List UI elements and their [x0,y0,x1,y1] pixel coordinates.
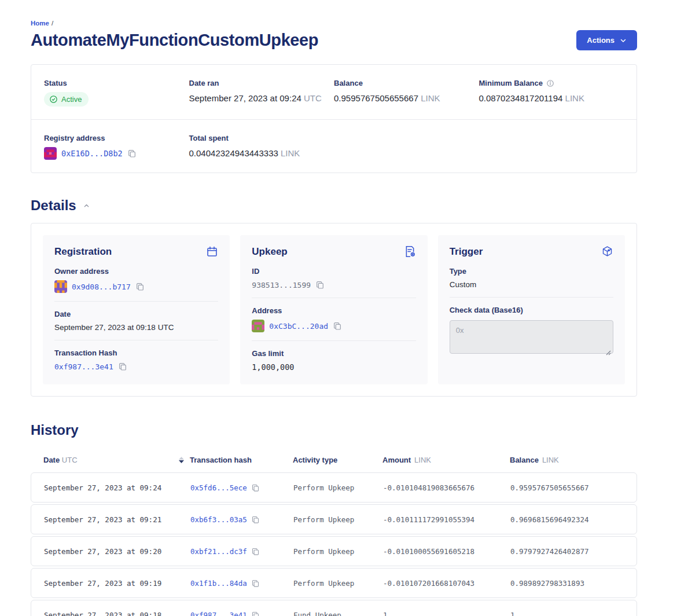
chevron-up-icon [83,203,90,209]
copy-icon[interactable] [333,321,342,331]
page-title: AutomateMyFunctionCustomUpkeep [31,31,318,50]
amount: -0.010100055691605218 [383,547,510,556]
actions-button[interactable]: Actions [576,30,637,50]
total-spent-field: Total spent 0.04042324943443333 LINK [189,134,334,160]
info-icon[interactable] [546,79,554,87]
copy-icon[interactable] [118,362,127,371]
table-row: September 27, 2023 at 09:24 0x5fd6...5ec… [31,472,637,503]
status-field: Status Active [44,79,189,107]
upkeep-id-field: ID 938513...1599 [252,267,415,289]
gas-limit-value: 1,000,000 [252,362,415,372]
upkeep-card-title: Upkeep [252,246,287,258]
balance-field: Balance 0.9595767505655667 LINK [334,79,479,107]
row-date: September 27, 2023 at 09:20 [44,547,190,556]
details-box: Registration Owner address 0x9d08...b717 [31,223,637,397]
upkeep-card: Upkeep ID 938513...1599 Address [240,235,427,384]
activity-type: Perform Upkeep [293,547,383,556]
registry-address-label: Registry address [44,134,189,142]
registration-date-field: Date September 27, 2023 at 09:18 UTC [54,301,218,332]
row-date: September 27, 2023 at 09:18 [44,611,190,616]
actions-button-label: Actions [587,36,615,45]
status-badge-label: Active [61,95,82,104]
owner-address-link[interactable]: 0x9d08...b717 [72,283,131,291]
activity-type: Fund Upkeep [293,611,383,616]
registration-date-label: Date [54,310,218,318]
balance: 0.9595767505655667 [510,483,624,492]
balance: 0.9696815696492324 [510,515,624,524]
row-date: September 27, 2023 at 09:24 [44,483,190,492]
min-balance-field: Minimum Balance 0.0870234817201194 LINK [479,79,624,107]
transaction-hash-label: Transaction Hash [54,349,218,357]
copy-icon[interactable] [251,515,260,524]
activity-type: Perform Upkeep [293,515,383,524]
copy-icon[interactable] [135,282,145,291]
tx-hash-link[interactable]: 0x5fd6...5ece [190,483,247,492]
amount: -0.010107201668107043 [383,579,510,588]
min-balance-label: Minimum Balance [479,79,543,87]
min-balance-value: 0.0870234817201194 [479,93,563,103]
tx-hash-link[interactable]: 0xbf21...dc3f [190,547,247,556]
copy-icon[interactable] [315,280,325,289]
upkeep-address-link[interactable]: 0xC3bC...20ad [269,322,328,331]
gas-limit-label: Gas limit [252,349,415,358]
breadcrumb-home-link[interactable]: Home [31,20,49,27]
copy-icon[interactable] [251,483,260,492]
copy-icon[interactable] [127,149,137,158]
trigger-type-value: Custom [450,280,613,289]
status-badge: Active [44,92,89,107]
balance: 0.989892798331893 [510,579,624,588]
upkeep-avatar [252,320,264,332]
column-header-transaction-hash[interactable]: Transaction hash [190,456,293,464]
amount: -0.010104819083665676 [383,483,510,492]
trigger-type-label: Type [450,267,613,276]
summary-card: Status Active Date ran September 27, 202… [31,64,637,173]
balance-value: 0.9595767505655667 [334,93,418,103]
column-header-balance[interactable]: Balance LINK [510,456,624,464]
registration-date-value: September 27, 2023 at 09:18 UTC [54,323,218,332]
breadcrumb: Home/ [31,20,637,27]
document-gear-icon [404,245,416,258]
tx-hash-link[interactable]: 0xb6f3...03a5 [190,515,247,524]
registry-address-field: Registry address 0xE16D...D8b2 [44,134,189,160]
tx-hash-link[interactable]: 0x1f1b...84da [190,579,247,588]
min-balance-unit: LINK [565,93,584,103]
column-header-amount[interactable]: Amount LINK [382,456,510,464]
transaction-hash-link[interactable]: 0xf987...3e41 [54,362,113,371]
table-row: September 27, 2023 at 09:20 0xbf21...dc3… [31,536,637,566]
date-ran-suffix: UTC [304,93,322,103]
registry-avatar [44,147,57,160]
chevron-down-icon [620,37,627,44]
row-date: September 27, 2023 at 09:21 [44,515,190,524]
check-data-field: Check data (Base16) [450,297,613,356]
history-heading: History [31,422,637,438]
details-collapse-caret[interactable] [82,201,91,210]
calendar-icon [206,245,218,258]
trigger-card-title: Trigger [450,246,483,258]
copy-icon[interactable] [251,579,260,588]
registry-address-link[interactable]: 0xE16D...D8b2 [61,149,123,158]
column-header-date[interactable]: Date UTC [43,456,190,464]
history-table: Date UTC Transaction hash Activity type … [31,451,637,616]
upkeep-id-value: 938513...1599 [252,281,311,289]
table-row: September 27, 2023 at 09:19 0x1f1b...84d… [31,568,637,598]
copy-icon[interactable] [251,547,260,556]
amount: -0.010111172991055394 [383,515,510,524]
tx-hash-link[interactable]: 0xf987...3e41 [190,611,247,616]
check-data-textarea [450,320,613,354]
owner-avatar [54,280,67,293]
table-row: September 27, 2023 at 09:21 0xb6f3...03a… [31,504,637,534]
total-spent-label: Total spent [189,134,334,142]
trigger-type-field: Type Custom [450,267,613,289]
date-ran-field: Date ran September 27, 2023 at 09:24 UTC [189,79,334,107]
row-date: September 27, 2023 at 09:19 [44,579,190,588]
upkeep-address-field: Address 0xC3bC...20ad [252,298,415,332]
activity-type: Perform Upkeep [293,483,383,492]
copy-icon[interactable] [251,611,260,616]
column-header-activity-type[interactable]: Activity type [293,456,382,464]
upkeep-id-label: ID [252,267,415,276]
breadcrumb-separator: / [51,20,53,27]
registration-card-title: Registration [54,246,112,258]
date-ran-value: September 27, 2023 at 09:24 [189,93,301,103]
total-spent-unit: LINK [281,148,300,158]
activity-type: Perform Upkeep [293,579,383,588]
